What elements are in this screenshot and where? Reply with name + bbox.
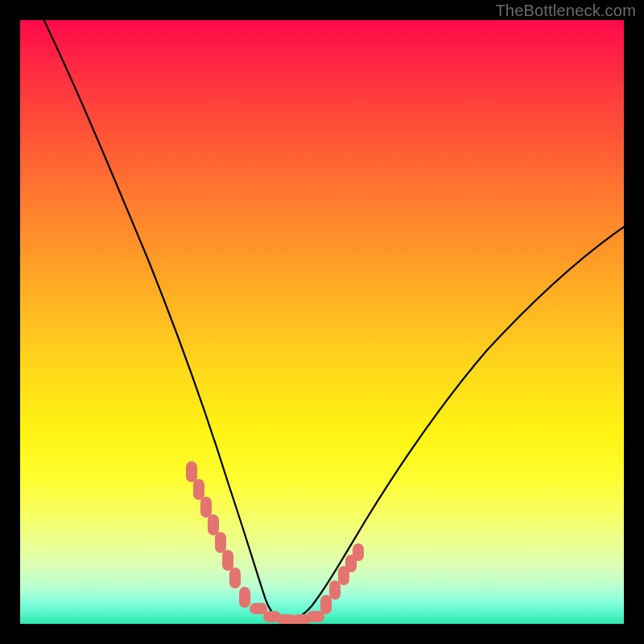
chart-frame: TheBottleneck.com xyxy=(0,0,644,644)
gradient-background xyxy=(20,20,624,624)
plot-area xyxy=(20,20,624,624)
watermark-label: TheBottleneck.com xyxy=(495,2,636,20)
